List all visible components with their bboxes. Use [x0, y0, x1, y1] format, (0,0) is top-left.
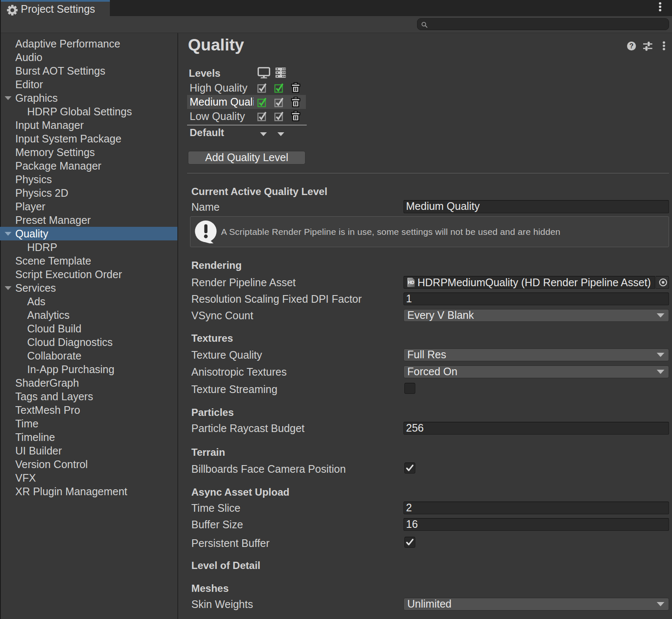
svg-text:HD: HD: [408, 280, 414, 285]
